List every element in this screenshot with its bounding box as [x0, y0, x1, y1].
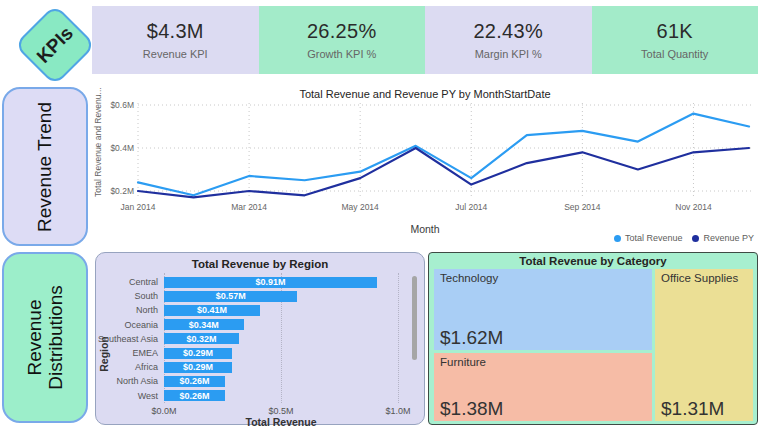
- tile-name: Furniture: [440, 356, 646, 368]
- kpi-card-margin-kpi-[interactable]: 22.43%Margin KPI %: [425, 6, 592, 74]
- bar-value-label: $0.91M: [255, 277, 285, 287]
- kpi-value: 22.43%: [473, 20, 543, 43]
- treemap-right-column: Office Supplies $1.31M: [655, 269, 753, 421]
- bar-north[interactable]: $0.41M: [164, 305, 260, 316]
- trend-x-tick: May 2014: [342, 202, 380, 212]
- treemap-tile-technology[interactable]: Technology $1.62M: [434, 269, 652, 350]
- bar-value-label: $0.26M: [179, 376, 209, 386]
- section-label-revenue-trend: Revenue Trend: [2, 87, 88, 246]
- trend-series-revenue-py[interactable]: [138, 148, 749, 197]
- bar-row-west: West$0.26M: [164, 389, 398, 403]
- tile-value: $1.62M: [440, 327, 503, 349]
- region-x-tick: $1.0M: [385, 406, 410, 416]
- bar-south[interactable]: $0.57M: [164, 291, 297, 302]
- region-plot-area: Central$0.91MSouth$0.57MNorth$0.41MOcean…: [164, 275, 398, 403]
- kpi-card-row: $4.3MRevenue KPI26.25%Growth KPI %22.43%…: [92, 6, 758, 74]
- bar-category-label: Southeast Asia: [92, 334, 158, 344]
- bar-row-north-asia: North Asia$0.26M: [164, 374, 398, 388]
- region-x-tick: $0.5M: [268, 406, 293, 416]
- region-x-axis-label: Total Revenue: [164, 416, 398, 427]
- legend-label: Revenue PY: [703, 233, 754, 243]
- kpi-value: 26.25%: [307, 20, 377, 43]
- revenue-distributions-label: Revenue Distributions: [24, 285, 65, 390]
- bar-value-label: $0.32M: [186, 334, 216, 344]
- bar-category-label: Africa: [92, 362, 158, 372]
- kpi-value: $4.3M: [147, 20, 204, 43]
- kpis-diamond-label: KPIs: [32, 22, 77, 67]
- trend-chart-title: Total Revenue and Revenue PY by MonthSta…: [92, 86, 758, 100]
- treemap-tile-office-supplies[interactable]: Office Supplies $1.31M: [655, 269, 753, 421]
- treemap-tile-furniture[interactable]: Furniture $1.38M: [434, 353, 652, 421]
- region-scrollbar[interactable]: [412, 271, 417, 412]
- bar-emea[interactable]: $0.29M: [164, 348, 232, 359]
- region-chart-title: Total Revenue by Region: [96, 258, 424, 270]
- bar-row-north: North$0.41M: [164, 303, 398, 317]
- treemap-left-column: Technology $1.62M Furniture $1.38M: [434, 269, 652, 421]
- kpi-value: 61K: [657, 20, 694, 43]
- trend-series-total-revenue[interactable]: [138, 114, 749, 196]
- bar-category-label: Oceania: [92, 320, 158, 330]
- bar-row-southeast-asia: Southeast Asia$0.32M: [164, 332, 398, 346]
- bar-oceania[interactable]: $0.34M: [164, 319, 244, 330]
- powerbi-dashboard: KPIs $4.3MRevenue KPI26.25%Growth KPI %2…: [0, 0, 760, 427]
- bar-category-label: Central: [92, 277, 158, 287]
- section-label-revenue-distributions: Revenue Distributions: [2, 252, 88, 423]
- legend-dot: [692, 235, 699, 242]
- trend-plot-area[interactable]: $0.2M$0.4M$0.6MJan 2014Mar 2014May 2014J…: [104, 99, 756, 219]
- trend-x-tick: Jul 2014: [455, 202, 487, 212]
- bar-category-label: North: [92, 305, 158, 315]
- kpi-label: Total Quantity: [641, 48, 708, 60]
- bar-value-label: $0.41M: [197, 305, 227, 315]
- kpi-card-revenue-kpi[interactable]: $4.3MRevenue KPI: [92, 6, 259, 74]
- trend-y-tick: $0.4M: [110, 143, 134, 153]
- category-chart-title: Total Revenue by Category: [429, 255, 757, 267]
- bar-west[interactable]: $0.26M: [164, 390, 225, 401]
- bar-row-central: Central$0.91M: [164, 275, 398, 289]
- revenue-by-region-bar-chart[interactable]: Total Revenue by Region Region Central$0…: [95, 252, 425, 425]
- kpi-label: Revenue KPI: [143, 48, 208, 60]
- revenue-trend-label: Revenue Trend: [34, 102, 56, 232]
- bar-row-south: South$0.57M: [164, 289, 398, 303]
- bar-southeast-asia[interactable]: $0.32M: [164, 333, 239, 344]
- trend-x-tick: Jan 2014: [121, 202, 156, 212]
- bar-central[interactable]: $0.91M: [164, 277, 377, 288]
- bar-category-label: South: [92, 291, 158, 301]
- bar-row-oceania: Oceania$0.34M: [164, 318, 398, 332]
- tile-name: Technology: [440, 272, 646, 284]
- bar-category-label: North Asia: [92, 376, 158, 386]
- trend-y-tick: $0.2M: [110, 186, 134, 196]
- bar-north-asia[interactable]: $0.26M: [164, 376, 225, 387]
- revenue-by-category-treemap[interactable]: Total Revenue by Category Technology $1.…: [428, 252, 758, 425]
- kpi-card-total-quantity[interactable]: 61KTotal Quantity: [592, 6, 759, 74]
- kpis-diamond-badge: KPIs: [14, 4, 96, 86]
- kpi-label: Margin KPI %: [475, 48, 542, 60]
- bar-value-label: $0.29M: [183, 348, 213, 358]
- region-gridline: [398, 273, 399, 403]
- legend-label: Total Revenue: [625, 233, 683, 243]
- bar-africa[interactable]: $0.29M: [164, 362, 232, 373]
- bar-value-label: $0.29M: [183, 362, 213, 372]
- bar-row-africa: Africa$0.29M: [164, 360, 398, 374]
- tile-value: $1.38M: [440, 398, 503, 420]
- kpi-card-growth-kpi-[interactable]: 26.25%Growth KPI %: [259, 6, 426, 74]
- trend-y-axis-label: Total Revenue and Revenu...: [93, 105, 103, 197]
- trend-x-tick: Sep 2014: [564, 202, 601, 212]
- trend-x-tick: Nov 2014: [675, 202, 712, 212]
- kpi-label: Growth KPI %: [307, 48, 376, 60]
- legend-item-revenue-py[interactable]: Revenue PY: [692, 233, 754, 243]
- revenue-trend-line-chart[interactable]: Total Revenue and Revenue PY by MonthSta…: [92, 86, 758, 248]
- trend-legend: Total RevenueRevenue PY: [614, 233, 754, 243]
- bar-category-label: EMEA: [92, 348, 158, 358]
- bar-value-label: $0.57M: [216, 291, 246, 301]
- region-x-tick: $0.0M: [151, 406, 176, 416]
- bar-row-emea: EMEA$0.29M: [164, 346, 398, 360]
- bar-value-label: $0.34M: [189, 320, 219, 330]
- trend-y-tick: $0.6M: [110, 100, 134, 110]
- legend-item-total-revenue[interactable]: Total Revenue: [614, 233, 683, 243]
- bar-category-label: West: [92, 391, 158, 401]
- treemap-area: Technology $1.62M Furniture $1.38M Offic…: [434, 269, 753, 421]
- tile-name: Office Supplies: [661, 272, 747, 284]
- bar-value-label: $0.26M: [179, 391, 209, 401]
- region-scrollbar-thumb[interactable]: [412, 276, 417, 360]
- trend-x-tick: Mar 2014: [231, 202, 267, 212]
